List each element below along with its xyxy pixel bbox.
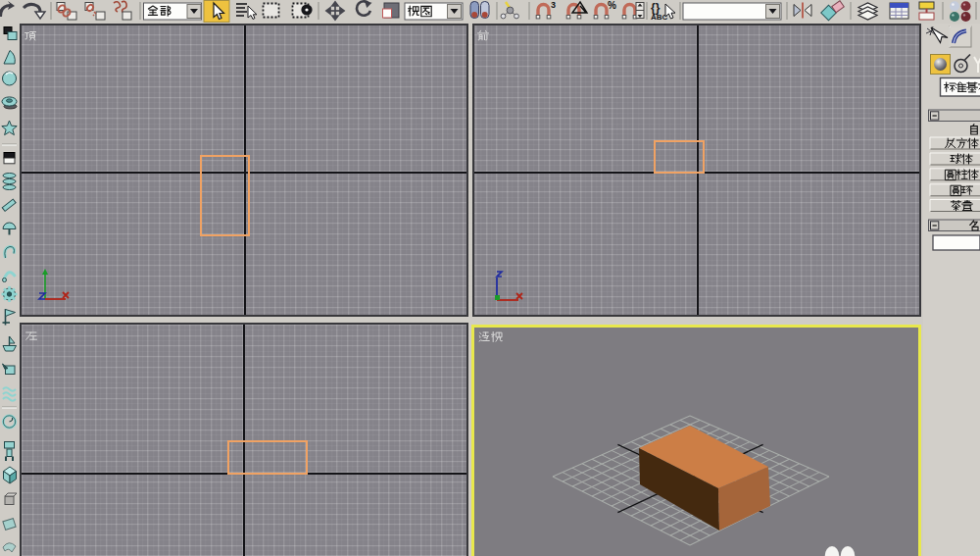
svg-text:%: %: [608, 0, 616, 11]
svg-text:3: 3: [551, 0, 556, 10]
